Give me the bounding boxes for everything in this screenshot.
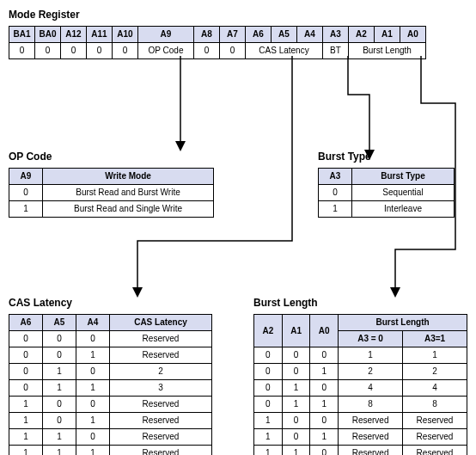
cell: 0 — [9, 331, 43, 347]
hdr: A8 — [194, 27, 220, 43]
cell: 0 — [61, 43, 87, 59]
cell: 1 — [76, 347, 110, 364]
cell: BT — [323, 43, 349, 59]
hdr: A7 — [220, 27, 246, 43]
cell: Reserved — [110, 429, 212, 446]
table-row: 1 Interleave — [319, 201, 455, 218]
hdr: A4 — [76, 315, 110, 331]
cell: Reserved — [339, 429, 403, 446]
cell: Reserved — [110, 413, 212, 429]
table-row: 101Reserved — [9, 413, 212, 429]
cell: Reserved — [110, 446, 212, 456]
cell: 1 — [310, 364, 339, 380]
cell: 0 — [310, 380, 339, 397]
cell: 2 — [339, 364, 403, 380]
hdr: A11 — [87, 27, 113, 43]
hdr: Burst Type — [352, 169, 455, 185]
cell: 4 — [339, 380, 403, 397]
cell: 1 — [43, 446, 76, 456]
cell: 0 — [254, 347, 283, 364]
table-row: BA1 BA0 A12 A11 A10 A9 A8 A7 A6 A5 A4 A3… — [9, 27, 426, 43]
table-row: 101ReservedReserved — [254, 429, 467, 446]
cell: 0 — [113, 43, 138, 59]
table-row: 01044 — [254, 380, 467, 397]
cell: 0 — [220, 43, 246, 59]
cell: 0 — [9, 347, 43, 364]
cell: OP Code — [138, 43, 194, 59]
cell: Reserved — [403, 446, 467, 456]
cell: 1 — [76, 380, 110, 397]
cell: 0 — [87, 43, 113, 59]
table-row: 0 Burst Read and Burst Write — [9, 185, 214, 201]
cell: 1 — [43, 380, 76, 397]
cell: Reserved — [403, 413, 467, 429]
burst-length-title: Burst Length — [253, 297, 467, 309]
table-row: 0 Sequential — [319, 185, 455, 201]
hdr: BA0 — [35, 27, 61, 43]
cas-latency-table: A6 A5 A4 CAS Latency 000Reserved001Reser… — [9, 314, 212, 455]
cell: Reserved — [110, 397, 212, 413]
cell: 0 — [76, 397, 110, 413]
hdr: A3 — [319, 169, 352, 185]
cell: 1 — [319, 201, 352, 218]
cell: 8 — [403, 397, 467, 413]
hdr: A5 — [272, 27, 297, 43]
cell: 1 — [282, 397, 310, 413]
cell: 1 — [254, 413, 283, 429]
cell: 1 — [282, 380, 310, 397]
cell: 0 — [9, 364, 43, 380]
table-row: 1 Burst Read and Single Write — [9, 201, 214, 218]
table-row: 110Reserved — [9, 429, 212, 446]
cell: 0 — [76, 331, 110, 347]
hdr: A5 — [43, 315, 76, 331]
cell: 0 — [9, 185, 43, 201]
hdr: Burst Length — [339, 315, 467, 331]
cell: 1 — [339, 347, 403, 364]
hdr: A3 — [323, 27, 349, 43]
cell: Reserved — [339, 446, 403, 456]
cell: 0 — [254, 364, 283, 380]
table-row: A9 Write Mode — [9, 169, 214, 185]
cell: 1 — [9, 397, 43, 413]
table-row: 0102 — [9, 364, 212, 380]
cell: 0 — [43, 397, 76, 413]
cell: 0 — [43, 331, 76, 347]
table-row: A3 Burst Type — [319, 169, 455, 185]
table-row: 100ReservedReserved — [254, 413, 467, 429]
burst-type-table: A3 Burst Type 0 Sequential 1 Interleave — [318, 168, 455, 218]
table-row: 100Reserved — [9, 397, 212, 413]
cell: Reserved — [110, 331, 212, 347]
cell: Burst Read and Burst Write — [43, 185, 214, 201]
cas-latency-title: CAS Latency — [9, 297, 212, 309]
cell: 1 — [9, 429, 43, 446]
cell: 0 — [254, 397, 283, 413]
cell: Reserved — [110, 347, 212, 364]
cell: 0 — [9, 43, 35, 59]
cell: Sequential — [352, 185, 455, 201]
hdr: A1 — [282, 315, 310, 347]
hdr: A3 = 0 — [339, 331, 403, 347]
cell: 0 — [310, 347, 339, 364]
hdr: A6 — [246, 27, 272, 43]
table-row: 111Reserved — [9, 446, 212, 456]
cell: 0 — [9, 380, 43, 397]
cell: 1 — [9, 446, 43, 456]
hdr: BA1 — [9, 27, 35, 43]
cell: 0 — [282, 429, 310, 446]
hdr: A0 — [400, 27, 426, 43]
hdr: A6 — [9, 315, 43, 331]
burst-length-block: Burst Length A2 A1 A0 Burst Length A3 = … — [253, 297, 467, 455]
opcode-block: OP Code A9 Write Mode 0 Burst Read and B… — [9, 151, 214, 218]
opcode-title: OP Code — [9, 151, 214, 163]
cell: 0 — [282, 347, 310, 364]
table-row: 00011 — [254, 347, 467, 364]
mode-register-title: Mode Register — [9, 9, 426, 21]
cell: 1 — [43, 364, 76, 380]
table-row: 000Reserved — [9, 331, 212, 347]
table-row: 00122 — [254, 364, 467, 380]
cell: CAS Latency — [246, 43, 323, 59]
cell: 0 — [310, 446, 339, 456]
hdr: A9 — [9, 169, 43, 185]
cell: 1 — [9, 413, 43, 429]
table-row: A2 A1 A0 Burst Length — [254, 315, 467, 331]
